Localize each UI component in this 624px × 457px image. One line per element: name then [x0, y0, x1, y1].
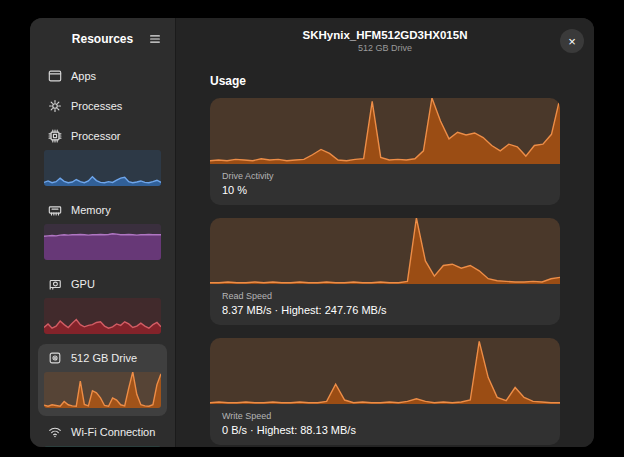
- close-icon: ×: [568, 35, 576, 48]
- read-speed-card: Read Speed 8.37 MB/s · Highest: 247.76 M…: [210, 218, 560, 325]
- usage-scroll-area[interactable]: Usage Drive Activity 10 % Read Speed 8.3…: [176, 64, 594, 447]
- usage-section-title: Usage: [210, 74, 560, 88]
- processor-icon: [48, 129, 62, 143]
- resources-window: Resources Apps Processes: [30, 18, 594, 447]
- sidebar-item-label: Apps: [71, 70, 96, 82]
- processor-mini-chart: [44, 150, 161, 186]
- sidebar-item-label: Memory: [71, 204, 111, 216]
- write-speed-chart: [210, 338, 560, 404]
- main-header: SKHynix_HFM512GD3HX015N 512 GB Drive ×: [176, 18, 594, 64]
- processes-icon: [48, 99, 62, 113]
- apps-icon: [48, 69, 62, 83]
- read-speed-chart: [210, 218, 560, 284]
- sidebar-item-processor[interactable]: Processor: [38, 122, 167, 194]
- memory-icon: [48, 203, 62, 217]
- wifi-mini-chart: [44, 446, 161, 447]
- hamburger-menu-icon: [148, 32, 162, 46]
- drive-activity-chart: [210, 98, 560, 164]
- write-speed-value: 0 B/s · Highest: 88.13 MB/s: [222, 424, 548, 436]
- close-button[interactable]: ×: [560, 29, 584, 53]
- main-content: SKHynix_HFM512GD3HX015N 512 GB Drive × U…: [176, 18, 594, 447]
- sidebar-item-apps[interactable]: Apps: [38, 62, 167, 90]
- sidebar-item-label: Processes: [71, 100, 122, 112]
- drive-icon: [48, 351, 62, 365]
- sidebar-list: Apps Processes Processor Memo: [30, 60, 175, 447]
- sidebar-item-label: 512 GB Drive: [71, 352, 137, 364]
- drive-activity-card: Drive Activity 10 %: [210, 98, 560, 205]
- write-speed-card: Write Speed 0 B/s · Highest: 88.13 MB/s: [210, 338, 560, 445]
- read-speed-label: Read Speed: [222, 291, 548, 301]
- device-subtitle: 512 GB Drive: [358, 43, 412, 53]
- sidebar-item-gpu[interactable]: GPU: [38, 270, 167, 342]
- gpu-mini-chart: [44, 298, 161, 334]
- app-title: Resources: [72, 32, 133, 46]
- sidebar-item-label: GPU: [71, 278, 95, 290]
- gpu-icon: [48, 277, 62, 291]
- drive-activity-value: 10 %: [222, 184, 548, 196]
- wifi-icon: [48, 425, 62, 439]
- sidebar-item-memory[interactable]: Memory: [38, 196, 167, 268]
- sidebar-item-wifi[interactable]: Wi-Fi Connection: [38, 418, 167, 447]
- main-menu-button[interactable]: [143, 27, 167, 51]
- sidebar-header: Resources: [30, 18, 175, 60]
- sidebar-item-label: Wi-Fi Connection: [71, 426, 155, 438]
- sidebar-item-label: Processor: [71, 130, 121, 142]
- memory-mini-chart: [44, 224, 161, 260]
- read-speed-value: 8.37 MB/s · Highest: 247.76 MB/s: [222, 304, 548, 316]
- sidebar: Resources Apps Processes: [30, 18, 176, 447]
- write-speed-label: Write Speed: [222, 411, 548, 421]
- drive-mini-chart: [44, 372, 161, 408]
- sidebar-item-processes[interactable]: Processes: [38, 92, 167, 120]
- device-title: SKHynix_HFM512GD3HX015N: [303, 29, 468, 41]
- sidebar-item-drive[interactable]: 512 GB Drive: [38, 344, 167, 416]
- drive-activity-label: Drive Activity: [222, 171, 548, 181]
